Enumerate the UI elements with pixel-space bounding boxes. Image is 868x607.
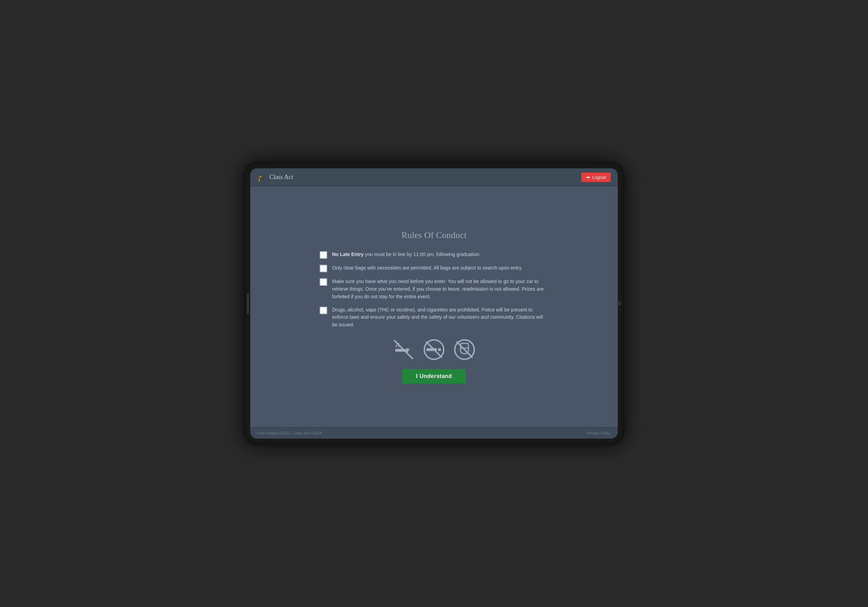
rule-checkbox-1[interactable] bbox=[319, 251, 327, 259]
rule-bold-1: No Late Entry bbox=[332, 252, 364, 257]
logout-label: Logout bbox=[592, 175, 606, 180]
rule-text-4: Drugs, alcohol, vape (THC or nicotine), … bbox=[332, 306, 549, 329]
footer: Pixel Insight ©2023 - Class Act ©2024 Pr… bbox=[250, 427, 618, 438]
rule-item-4: Drugs, alcohol, vape (THC or nicotine), … bbox=[319, 306, 549, 329]
rule-checkbox-3[interactable] bbox=[319, 278, 327, 286]
rule-checkbox-4[interactable] bbox=[319, 307, 327, 314]
rules-list: No Late Entry you must be in line by 11:… bbox=[319, 251, 549, 328]
brand-label: Class Act bbox=[269, 173, 293, 181]
rule-text-3: Make sure you have what you need before … bbox=[332, 278, 549, 300]
rules-container: Rules Of Conduct No Late Entry you must … bbox=[319, 230, 549, 383]
svg-line-3 bbox=[396, 344, 397, 347]
understand-button[interactable]: I Understand bbox=[402, 369, 466, 384]
footer-copyright: Pixel Insight ©2023 - Class Act ©2024 bbox=[257, 431, 322, 435]
graduation-cap-icon: 🎓 bbox=[257, 173, 267, 182]
svg-line-12 bbox=[457, 342, 472, 357]
no-smoking-icon bbox=[423, 339, 445, 361]
svg-rect-8 bbox=[438, 348, 441, 351]
rule-checkbox-2[interactable] bbox=[319, 265, 327, 272]
privacy-policy-link[interactable]: Privacy Policy bbox=[587, 431, 611, 435]
rule-item-3: Make sure you have what you need before … bbox=[319, 278, 549, 300]
svg-rect-2 bbox=[408, 349, 410, 350]
rule-item-2: Only clear bags with necessities are per… bbox=[319, 264, 549, 272]
brand: 🎓 Class Act bbox=[257, 173, 293, 182]
logout-icon: ➡ bbox=[586, 175, 590, 180]
rule-item-1: No Late Entry you must be in line by 11:… bbox=[319, 251, 549, 259]
tablet-frame: 🎓 Class Act ➡ Logout Rules Of Conduct No… bbox=[243, 161, 625, 446]
no-vaping-icon bbox=[392, 339, 415, 361]
navbar: 🎓 Class Act ➡ Logout bbox=[250, 169, 618, 186]
rule-text-1: No Late Entry you must be in line by 11:… bbox=[332, 251, 481, 259]
rule-text-2: Only clear bags with necessities are per… bbox=[332, 264, 522, 272]
page-title: Rules Of Conduct bbox=[319, 230, 549, 240]
screen: 🎓 Class Act ➡ Logout Rules Of Conduct No… bbox=[250, 169, 618, 438]
logout-button[interactable]: ➡ Logout bbox=[581, 172, 611, 182]
no-alcohol-icon bbox=[453, 339, 476, 361]
main-content: Rules Of Conduct No Late Entry you must … bbox=[250, 186, 618, 427]
icons-row bbox=[319, 339, 549, 361]
